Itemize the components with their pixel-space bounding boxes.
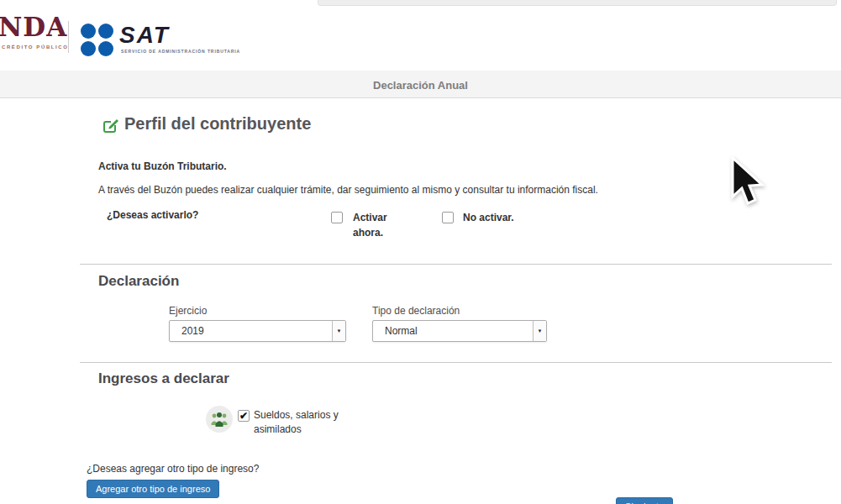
sat-logo-subtext: SERVICIO DE ADMINISTRACIÓN TRIBUTARIA bbox=[121, 49, 240, 54]
tipo-declaracion-select[interactable]: Normal ▼ bbox=[372, 320, 547, 342]
activar-ahora-checkbox[interactable] bbox=[331, 212, 343, 223]
sat-dot bbox=[81, 41, 96, 56]
tipo-declaracion-label: Tipo de declaración bbox=[372, 305, 460, 317]
buzon-heading: Activa tu Buzón Tributario. bbox=[98, 160, 227, 172]
hacienda-logo-subtext: CRÉDITO PÚBLICO bbox=[2, 45, 69, 50]
tipo-declaracion-value: Normal bbox=[373, 325, 533, 337]
sat-dot bbox=[98, 41, 113, 56]
banner-title: Declaración Anual bbox=[373, 79, 468, 92]
sat-logo: SAT bbox=[119, 22, 170, 49]
declaracion-anual-page: NDA CRÉDITO PÚBLICO SAT SERVICIO DE ADMI… bbox=[0, 0, 841, 504]
sueldos-checkbox[interactable]: ✔ bbox=[238, 410, 250, 422]
mouse-cursor bbox=[728, 156, 770, 210]
activar-ahora-label[interactable]: Activar ahora. bbox=[353, 210, 403, 240]
sat-dots-icon bbox=[81, 24, 114, 57]
ejercicio-select[interactable]: 2019 ▼ bbox=[169, 320, 346, 342]
chevron-down-icon[interactable]: ▼ bbox=[533, 321, 546, 341]
no-activar-checkbox[interactable] bbox=[442, 212, 454, 223]
ingresos-section-title: Ingresos a declarar bbox=[98, 370, 229, 387]
people-icon bbox=[206, 406, 233, 433]
page-title: Perfil del contribuyente bbox=[124, 114, 311, 134]
sat-dot bbox=[81, 24, 96, 39]
hacienda-logo: NDA bbox=[0, 12, 67, 42]
logo-divider bbox=[68, 21, 69, 53]
ejercicio-value: 2019 bbox=[170, 325, 332, 337]
declaracion-section-title: Declaración bbox=[98, 273, 179, 290]
browser-top-strip bbox=[318, 0, 837, 6]
section-divider bbox=[80, 264, 832, 265]
ejercicio-label: Ejercicio bbox=[169, 305, 207, 317]
sat-dot bbox=[98, 24, 113, 39]
no-activar-label[interactable]: No activar. bbox=[463, 210, 539, 225]
add-income-button[interactable]: Agregar otro tipo de ingreso bbox=[87, 480, 219, 498]
sueldos-label[interactable]: Sueldos, salarios y asimilados bbox=[254, 408, 371, 438]
banner-bar: Declaración Anual bbox=[0, 71, 841, 98]
section-divider bbox=[80, 362, 832, 363]
buzon-description: A través del Buzón puedes realizar cualq… bbox=[98, 184, 598, 196]
activate-question: ¿Deseas activarlo? bbox=[107, 209, 198, 221]
add-income-question: ¿Deseas agregar otro tipo de ingreso? bbox=[87, 463, 259, 475]
edit-icon bbox=[102, 117, 119, 134]
chevron-down-icon[interactable]: ▼ bbox=[332, 321, 345, 341]
next-button[interactable]: Siguiente bbox=[616, 497, 673, 504]
